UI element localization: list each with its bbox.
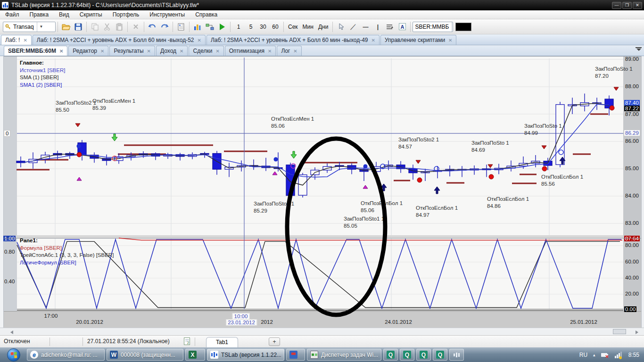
- close-icon[interactable]: ✕: [197, 38, 201, 43]
- taskbar-button-ie[interactable]: eadichenko@mail.ru: ...: [27, 349, 105, 361]
- power-icon[interactable]: ✕: [601, 352, 609, 358]
- annotation-name: ОткПозЕслМен 1: [92, 98, 135, 105]
- script-tab[interactable]: Лаб: ! 2SMA +2CCI + уровень ADX + Болл 6…: [206, 35, 380, 45]
- unit-button-Мин[interactable]: Мин: [301, 21, 315, 33]
- pointer-tool[interactable]: [335, 21, 347, 33]
- annotation-name: ЗакПозПоSto2 1: [398, 136, 439, 143]
- show-hidden-icons[interactable]: ▴: [593, 353, 595, 357]
- annotation-price: 85.06: [361, 207, 403, 214]
- trendline-tool[interactable]: ／: [347, 21, 359, 33]
- legend-title: Главное:: [20, 59, 65, 67]
- menu-item-Инструменты[interactable]: Инструменты: [144, 10, 190, 19]
- trade-annotation: ЗакПозПоSto1 185.05: [344, 215, 384, 230]
- view-tab[interactable]: Сделки✕: [189, 46, 223, 56]
- taskbar-button-bars[interactable]: [449, 349, 464, 361]
- app-icon: [2, 2, 8, 8]
- interval-button-5[interactable]: 5: [245, 21, 256, 33]
- interval-button-60[interactable]: 60: [270, 21, 281, 33]
- tab-label: Редактор: [73, 48, 97, 54]
- view-tab[interactable]: Доход✕: [156, 46, 188, 56]
- view-tab[interactable]: Лог✕: [277, 46, 301, 56]
- annotation-price: 84.86: [487, 203, 529, 210]
- taskbar-button-taskmgr[interactable]: Диспетчер задач Wi...: [307, 349, 381, 361]
- close-icon[interactable]: ✕: [180, 49, 183, 54]
- close-icon[interactable]: ✕: [448, 38, 452, 43]
- vline-tool[interactable]: |: [372, 21, 383, 33]
- close-icon[interactable]: ✕: [147, 49, 151, 54]
- layout-icon[interactable]: 2: [184, 337, 190, 345]
- close-icon[interactable]: ✕: [215, 49, 219, 54]
- close-button[interactable]: ✕: [633, 2, 642, 9]
- copy-button[interactable]: [89, 21, 100, 33]
- trade-annotation: ОткПозЕслМен 185.06: [271, 115, 314, 130]
- maximize-button[interactable]: ❐: [622, 2, 632, 9]
- view-tab[interactable]: Редактор✕: [68, 46, 108, 56]
- properties-button[interactable]: [175, 21, 187, 33]
- close-icon[interactable]: ✕: [372, 38, 375, 43]
- close-icon[interactable]: ✕: [23, 38, 27, 43]
- connection-combo[interactable]: Transaq ▼: [3, 22, 56, 32]
- chart-button[interactable]: [192, 21, 203, 33]
- start-button[interactable]: [7, 348, 20, 362]
- script-diagram-button[interactable]: [204, 21, 215, 33]
- annotation-price: 85.05: [344, 222, 384, 230]
- language-indicator[interactable]: RU: [579, 352, 587, 358]
- cut-button[interactable]: [101, 21, 113, 33]
- script-tab[interactable]: Лаб: ! 2SMA +2CCI + уровень ADX + Болл 6…: [33, 35, 206, 45]
- color-swatch[interactable]: [455, 23, 471, 31]
- minimize-button[interactable]: —: [612, 2, 621, 9]
- window-title: TSLab (версия 1.1.22.37:64bit) - C:\User…: [11, 2, 199, 8]
- taskbar-button-excel[interactable]: X: [185, 349, 205, 361]
- chevron-down-icon[interactable]: ▼: [37, 22, 43, 32]
- trade-dot-icon: [489, 174, 494, 179]
- view-tab[interactable]: Результаты✕: [109, 46, 155, 56]
- excel-icon: X: [189, 351, 197, 359]
- add-workspace-button[interactable]: +: [269, 337, 280, 346]
- taskbar-button-quik[interactable]: Q: [416, 349, 431, 361]
- taskbar-button-tslab[interactable]: TSLab (версия 1.1.22...: [207, 349, 284, 361]
- script-tab-bar: Лаб: !✕Лаб: ! 2SMA +2CCI + уровень ADX +…: [0, 34, 644, 45]
- menu-item-Справка[interactable]: Справка: [190, 10, 223, 19]
- save-button[interactable]: [73, 21, 84, 33]
- menu-item-Портфель[interactable]: Портфель: [107, 10, 145, 19]
- run-button[interactable]: [216, 21, 228, 33]
- redo-button[interactable]: [159, 21, 170, 33]
- view-tab[interactable]: SBER:ММВБ:60М✕: [4, 46, 67, 56]
- sell-marker-icon: [488, 165, 493, 168]
- text-tool[interactable]: A: [396, 21, 408, 33]
- menu-item-Правка[interactable]: Правка: [25, 10, 54, 19]
- view-tab[interactable]: Оптимизация✕: [225, 46, 276, 56]
- interval-button-30[interactable]: 30: [257, 21, 269, 33]
- menu-item-Вид[interactable]: Вид: [54, 10, 74, 19]
- annotation-name: ЗакПозПоSto2 1: [56, 99, 96, 107]
- close-icon[interactable]: ✕: [59, 49, 63, 54]
- taskbar-button-word[interactable]: W000008 (защищенн...: [107, 349, 183, 361]
- taskbar-button-quik[interactable]: Q: [400, 349, 414, 361]
- menu-item-Файл[interactable]: Файл: [0, 10, 25, 19]
- delete-button[interactable]: ✕: [130, 21, 141, 33]
- undo-button[interactable]: [147, 21, 158, 33]
- taskbar-button-quik[interactable]: Q: [433, 349, 447, 361]
- close-icon[interactable]: ✕: [293, 49, 297, 54]
- levels-tool[interactable]: [384, 21, 396, 33]
- close-icon[interactable]: ✕: [100, 49, 104, 54]
- menu-item-Скрипты[interactable]: Скрипты: [74, 10, 107, 19]
- network-icon[interactable]: [615, 352, 623, 358]
- tab-overflow-icon[interactable]: [636, 47, 642, 53]
- legend-item: Формула [SBER]: [20, 245, 114, 252]
- interval-button-1[interactable]: 1: [233, 21, 244, 33]
- unit-button-Сек[interactable]: Сек: [286, 21, 300, 33]
- open-button[interactable]: [60, 21, 72, 33]
- symbol-combo[interactable]: SBER:ММВБ ▼: [413, 22, 453, 32]
- paste-button[interactable]: [114, 21, 125, 33]
- workspace-tab[interactable]: Tab1: [206, 337, 238, 347]
- unit-button-Дни[interactable]: Дни: [316, 21, 330, 33]
- script-tab[interactable]: Управление скриптами✕: [380, 35, 457, 45]
- taskbar-button-quik[interactable]: Q: [383, 349, 398, 361]
- clock[interactable]: 8:55: [628, 352, 639, 358]
- hline-tool[interactable]: —: [360, 21, 371, 33]
- taskbar-button-label: adichenko@mail.ru: ...: [41, 352, 98, 358]
- script-tab[interactable]: Лаб: !✕: [1, 35, 32, 45]
- close-icon[interactable]: ✕: [268, 49, 272, 54]
- taskbar-button-floppy[interactable]: [286, 349, 305, 361]
